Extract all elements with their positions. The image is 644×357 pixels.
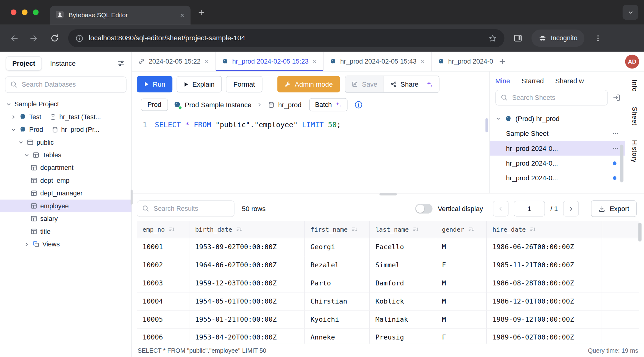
- sheet-item[interactable]: Sample Sheet: [489, 126, 625, 141]
- column-header[interactable]: gender: [436, 221, 487, 238]
- cell[interactable]: 1989-09-12T00:00:00Z: [487, 311, 602, 328]
- cell[interactable]: 1959-12-03T00:00:00Z: [189, 274, 305, 292]
- tab-project[interactable]: Project: [6, 56, 42, 71]
- cell[interactable]: Simmel: [370, 256, 436, 274]
- table-row[interactable]: 10003 1959-12-03T00:00:00Z Parto Bamford…: [137, 274, 639, 292]
- caret-right-icon[interactable]: [11, 114, 17, 120]
- editor-scrollbar[interactable]: [485, 118, 488, 132]
- tab-sheet[interactable]: Sheet: [631, 107, 638, 125]
- avatar[interactable]: AD: [625, 54, 639, 68]
- tab-starred[interactable]: Starred: [521, 77, 544, 85]
- cell[interactable]: 10002: [137, 256, 189, 274]
- next-page-button[interactable]: [563, 201, 579, 217]
- tab-history[interactable]: History: [631, 140, 638, 163]
- bookmark-star-icon[interactable]: [488, 34, 497, 42]
- cell[interactable]: 1953-09-02T00:00:00Z: [189, 238, 305, 256]
- vertical-display-toggle[interactable]: [415, 204, 432, 214]
- address-bar[interactable]: localhost:8080/sql-editor/sheet/project-…: [68, 29, 505, 47]
- cell[interactable]: Anneke: [305, 328, 370, 343]
- column-header[interactable]: emp_no: [137, 221, 189, 238]
- splitter-handle[interactable]: [379, 193, 396, 195]
- back-button[interactable]: [6, 31, 20, 45]
- tree-item-views-group[interactable]: Views: [0, 238, 132, 250]
- cell[interactable]: Kyoichi: [305, 311, 370, 328]
- cell[interactable]: 1953-04-20T00:00:00Z: [189, 328, 305, 343]
- cell[interactable]: F: [436, 328, 487, 343]
- tab-search-button[interactable]: [622, 5, 638, 20]
- close-sheet-tab-icon[interactable]: [204, 59, 209, 64]
- caret-down-icon[interactable]: [495, 116, 501, 122]
- cell[interactable]: M: [436, 311, 487, 328]
- info-icon[interactable]: [355, 101, 363, 109]
- tree-item-tables-group[interactable]: Tables: [0, 149, 132, 161]
- close-window-button[interactable]: [11, 10, 17, 15]
- close-sheet-tab-icon[interactable]: [420, 59, 425, 64]
- caret-right-icon[interactable]: [24, 241, 30, 247]
- sheet-tab-active[interactable]: hr_prod 2024-02-05 15:23: [216, 52, 324, 71]
- tree-item-table[interactable]: salary: [0, 212, 132, 225]
- cell[interactable]: M: [436, 292, 487, 310]
- column-header[interactable]: first_name: [305, 221, 370, 238]
- cell[interactable]: F: [436, 256, 487, 274]
- cell[interactable]: Facello: [370, 238, 436, 256]
- share-button[interactable]: Share: [384, 76, 425, 92]
- collapse-panel-icon[interactable]: [612, 94, 621, 102]
- tree-item-table[interactable]: dept_manager: [0, 187, 132, 199]
- cell[interactable]: M: [436, 238, 487, 256]
- table-row[interactable]: 10001 1953-09-02T00:00:00Z Georgi Facell…: [137, 238, 639, 256]
- reload-button[interactable]: [48, 31, 61, 45]
- cell[interactable]: Chirstian: [305, 292, 370, 310]
- tab-mine[interactable]: Mine: [495, 77, 510, 85]
- side-panel-icon[interactable]: [511, 31, 525, 45]
- cell[interactable]: 1986-12-01T00:00:00Z: [487, 292, 602, 310]
- close-tab-icon[interactable]: [179, 13, 185, 18]
- ai-sparkle-icon[interactable]: [425, 76, 439, 92]
- caret-down-icon[interactable]: [6, 101, 12, 107]
- sheet-tab[interactable]: 2024-02-05 15:22: [132, 52, 216, 71]
- caret-down-icon[interactable]: [18, 139, 24, 145]
- tab-shared[interactable]: Shared w: [555, 77, 584, 85]
- cell[interactable]: 10001: [137, 238, 189, 256]
- export-button[interactable]: Export: [591, 200, 637, 217]
- sheet-item-selected[interactable]: hr_prod 2024-0...: [489, 141, 625, 156]
- cell[interactable]: 1986-08-28T00:00:00Z: [487, 274, 602, 292]
- cell[interactable]: 1989-06-02T00:00:00Z: [487, 328, 602, 343]
- results-splitter[interactable]: [132, 193, 644, 196]
- new-sheet-button[interactable]: [493, 52, 511, 71]
- zoom-window-button[interactable]: [33, 10, 39, 15]
- cell[interactable]: 1954-05-01T00:00:00Z: [189, 292, 305, 310]
- new-tab-button[interactable]: [193, 4, 209, 20]
- sql-editor[interactable]: 1 SELECT * FROM "public"."employee" LIMI…: [132, 117, 489, 193]
- cell[interactable]: M: [436, 274, 487, 292]
- cell[interactable]: 1986-06-26T00:00:00Z: [487, 238, 602, 256]
- site-info-icon[interactable]: [76, 34, 83, 42]
- tab-info[interactable]: Info: [631, 80, 638, 92]
- sheet-menu-icon[interactable]: [612, 145, 619, 152]
- cell[interactable]: Preusig: [370, 328, 436, 343]
- sheets-search-input[interactable]: [495, 90, 608, 106]
- instance-selector[interactable]: Prod Sample Instance: [173, 101, 251, 108]
- batch-button[interactable]: Batch: [309, 98, 348, 111]
- cell[interactable]: 1985-11-21T00:00:00Z: [487, 256, 602, 274]
- sheet-item[interactable]: hr_prod 2024-0...: [489, 171, 625, 185]
- tree-item-instance-prod[interactable]: Prod hr_prod (Pr...: [0, 123, 132, 136]
- browser-menu-icon[interactable]: [591, 31, 605, 45]
- cell[interactable]: 1955-01-21T00:00:00Z: [189, 311, 305, 328]
- prev-page-button[interactable]: [493, 201, 509, 217]
- cell[interactable]: 1964-06-02T00:00:00Z: [189, 256, 305, 274]
- table-row[interactable]: 10002 1964-06-02T00:00:00Z Bezalel Simme…: [137, 256, 639, 274]
- results-scrollbar[interactable]: [638, 223, 642, 241]
- results-search-input[interactable]: [137, 200, 234, 217]
- cell[interactable]: 10003: [137, 274, 189, 292]
- table-row[interactable]: 10004 1954-05-01T00:00:00Z Chirstian Kob…: [137, 292, 639, 311]
- forward-button[interactable]: [27, 31, 41, 45]
- database-selector[interactable]: hr_prod: [268, 101, 301, 108]
- table-row[interactable]: 10006 1953-04-20T00:00:00Z Anneke Preusi…: [137, 328, 639, 343]
- format-button[interactable]: Format: [226, 76, 262, 92]
- browser-tab[interactable]: Bytebase SQL Editor: [50, 6, 190, 25]
- close-sheet-tab-icon[interactable]: [312, 59, 317, 64]
- tree-item-project[interactable]: Sample Project: [0, 98, 132, 110]
- table-row[interactable]: 10005 1955-01-21T00:00:00Z Kyoichi Malin…: [137, 311, 639, 329]
- cell[interactable]: Georgi: [305, 238, 370, 256]
- sheet-tab[interactable]: hr_prod 2024-02-05 15:43: [324, 52, 432, 71]
